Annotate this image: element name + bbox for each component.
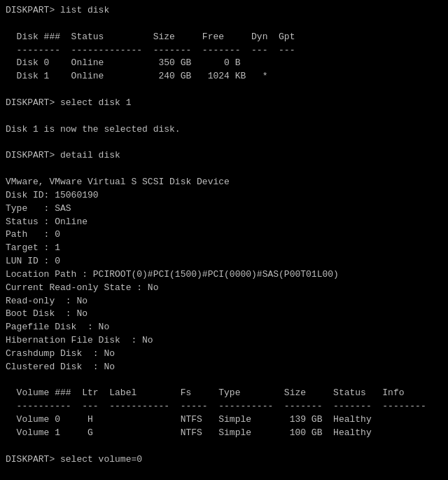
- terminal-line: Disk ID: 15060190: [6, 189, 442, 203]
- terminal-line: Disk ### Status Size Free Dyn Gpt: [6, 31, 442, 44]
- terminal-line: Target : 1: [6, 242, 442, 255]
- terminal-line: Location Path : PCIROOT(0)#PCI(1500)#PCI…: [6, 268, 442, 282]
- terminal-line: Status : Online: [6, 216, 442, 229]
- terminal-line: Path : 0: [6, 228, 442, 242]
- terminal-line: [6, 18, 442, 31]
- terminal-line: Volume 0 H NTFS Simple 139 GB Healthy: [6, 413, 442, 427]
- terminal-line: DISKPART> select disk 1: [6, 97, 442, 110]
- terminal-line: Volume 1 G NTFS Simple 100 GB Healthy: [6, 427, 442, 440]
- terminal-line: [6, 110, 442, 123]
- terminal-line: Disk 1 is now the selected disk.: [6, 123, 442, 137]
- terminal-line: Read-only : No: [6, 295, 442, 308]
- terminal-line: Current Read-only State : No: [6, 282, 442, 295]
- terminal-line: [6, 83, 442, 97]
- terminal-line: ---------- --- ----------- ----- -------…: [6, 400, 442, 413]
- terminal-line: DISKPART> detail disk: [6, 149, 442, 163]
- terminal-line: [6, 136, 442, 149]
- terminal-line: Hibernation File Disk : No: [6, 334, 442, 348]
- terminal-line: Boot Disk : No: [6, 308, 442, 321]
- terminal-line: Type : SAS: [6, 203, 442, 216]
- terminal-line: Disk 1 Online 240 GB 1024 KB *: [6, 70, 442, 83]
- terminal-line: [6, 163, 442, 176]
- terminal-line: VMware, VMware Virtual S SCSI Disk Devic…: [6, 176, 442, 189]
- terminal-line: [6, 440, 442, 453]
- terminal-line: DISKPART> list disk: [6, 4, 442, 18]
- terminal-line: Clustered Disk : No: [6, 361, 442, 374]
- terminal-line: Disk 0 Online 350 GB 0 B: [6, 57, 442, 70]
- terminal-output: DISKPART> list disk Disk ### Status Size…: [6, 4, 442, 480]
- terminal-line: [6, 374, 442, 388]
- terminal-line: -------- ------------- ------- ------- -…: [6, 44, 442, 57]
- terminal-line: Volume ### Ltr Label Fs Type Size Status…: [6, 387, 442, 400]
- terminal-line: [6, 467, 442, 480]
- terminal-line: Pagefile Disk : No: [6, 321, 442, 334]
- terminal-line: Crashdump Disk : No: [6, 348, 442, 361]
- terminal-line: DISKPART> select volume=0: [6, 453, 442, 467]
- terminal-line: LUN ID : 0: [6, 255, 442, 268]
